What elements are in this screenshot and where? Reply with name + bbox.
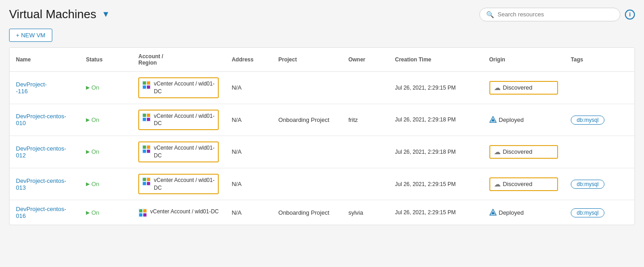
vm-name-cell: DevProject-centos-016 bbox=[10, 200, 80, 225]
vm-owner-cell: fritz bbox=[342, 104, 389, 136]
vm-table-container: Name Status Account /Region Address Proj… bbox=[9, 47, 635, 225]
vm-status-cell: ▶On bbox=[80, 136, 132, 168]
vm-name-link[interactable]: DevProject-centos-012 bbox=[16, 145, 66, 159]
vcenter-icon bbox=[138, 208, 147, 217]
vcenter-icon bbox=[142, 177, 151, 186]
vm-creation-time-cell: Jul 26, 2021, 2:29:15 PM bbox=[388, 200, 483, 225]
filter-icon[interactable]: ▼ bbox=[102, 10, 110, 19]
cloud-icon: ☁ bbox=[494, 180, 501, 188]
vm-owner-cell bbox=[342, 136, 389, 168]
table-row: DevProject-centos-016▶On vCenter Account… bbox=[10, 200, 634, 225]
vm-status-cell: ▶On bbox=[80, 72, 132, 104]
vm-owner-cell: sylvia bbox=[342, 200, 389, 225]
vm-address-cell: N/A bbox=[225, 136, 272, 168]
status-label: On bbox=[91, 84, 99, 91]
new-vm-button[interactable]: + NEW VM bbox=[9, 29, 52, 42]
vm-account-cell: vCenter Account / wld01-DC bbox=[132, 200, 225, 225]
tag-badge[interactable]: db:mysql bbox=[571, 180, 604, 189]
tag-badge[interactable]: db:mysql bbox=[571, 208, 604, 217]
status-indicator: ▶On bbox=[86, 84, 126, 91]
vm-project-cell bbox=[272, 72, 342, 104]
info-icon[interactable]: i bbox=[625, 10, 635, 20]
search-input[interactable] bbox=[498, 11, 614, 18]
table-row: DevProject-centos-012▶On vCenter Account… bbox=[10, 136, 634, 168]
status-label: On bbox=[91, 209, 99, 216]
search-box: 🔍 bbox=[479, 8, 620, 21]
play-icon: ▶ bbox=[86, 149, 90, 155]
vm-project-cell: Onboarding Project bbox=[272, 200, 342, 225]
account-text: vCenter Account / wld01-DC bbox=[154, 80, 215, 96]
vm-tags-cell bbox=[564, 72, 634, 104]
vm-table-body: DevProject- -116▶On vCenter Account / wl… bbox=[10, 72, 634, 225]
col-header-creation: Creation Time bbox=[388, 48, 483, 72]
account-region-cell: vCenter Account / wld01-DC bbox=[138, 110, 219, 131]
vm-address-cell: N/A bbox=[225, 168, 272, 200]
origin-highlighted: ☁Discovered bbox=[489, 81, 558, 95]
play-icon: ▶ bbox=[86, 181, 90, 187]
tag-badge[interactable]: db:mysql bbox=[571, 116, 604, 125]
status-label: On bbox=[91, 116, 99, 123]
account-region-cell: vCenter Account / wld01-DC bbox=[138, 77, 219, 98]
header-row: Virtual Machines ▼ 🔍 i bbox=[9, 7, 635, 21]
vm-name-cell: DevProject-centos-010 bbox=[10, 104, 80, 136]
vm-address-cell: N/A bbox=[225, 104, 272, 136]
svg-rect-1 bbox=[143, 81, 146, 85]
vm-origin-cell: Deployed bbox=[483, 104, 565, 136]
col-header-origin: Origin bbox=[483, 48, 565, 72]
vm-origin-cell: ☁Discovered bbox=[483, 136, 565, 168]
origin-label: Deployed bbox=[499, 116, 524, 123]
vm-name-link[interactable]: DevProject-centos-010 bbox=[16, 113, 66, 126]
vm-name-link[interactable]: DevProject-centos-013 bbox=[16, 177, 66, 191]
svg-rect-6 bbox=[143, 114, 146, 117]
cloud-icon: ☁ bbox=[494, 84, 501, 92]
col-header-status: Status bbox=[80, 48, 132, 72]
table-header-row: Name Status Account /Region Address Proj… bbox=[10, 48, 634, 72]
search-icon: 🔍 bbox=[486, 11, 494, 18]
vm-creation-time-cell: Jul 26, 2021, 2:29:18 PM bbox=[388, 136, 483, 168]
svg-rect-4 bbox=[147, 86, 150, 89]
vm-origin-cell: ☁Discovered bbox=[483, 72, 565, 104]
origin-normal: Deployed bbox=[489, 116, 558, 123]
table-row: DevProject-centos-010▶On vCenter Account… bbox=[10, 104, 634, 136]
svg-rect-20 bbox=[143, 182, 146, 185]
vm-tags-cell: db:mysql bbox=[564, 200, 634, 225]
svg-rect-16 bbox=[147, 150, 150, 153]
vm-project-cell bbox=[272, 136, 342, 168]
vm-name-cell: DevProject- -116 bbox=[10, 72, 80, 104]
vm-creation-time-cell: Jul 26, 2021, 2:29:18 PM bbox=[388, 104, 483, 136]
status-indicator: ▶On bbox=[86, 181, 126, 187]
status-label: On bbox=[91, 148, 99, 155]
svg-rect-13 bbox=[143, 146, 146, 149]
svg-rect-21 bbox=[147, 182, 150, 185]
svg-rect-23 bbox=[139, 209, 142, 212]
vm-status-cell: ▶On bbox=[80, 104, 132, 136]
play-icon: ▶ bbox=[86, 210, 90, 216]
vm-owner-cell bbox=[342, 168, 389, 200]
svg-rect-26 bbox=[143, 213, 146, 217]
svg-rect-7 bbox=[147, 114, 150, 117]
svg-rect-3 bbox=[143, 86, 146, 89]
vm-account-cell: vCenter Account / wld01-DC bbox=[132, 136, 225, 168]
account-region-cell: vCenter Account / wld01-DC bbox=[138, 208, 219, 217]
vm-address-cell: N/A bbox=[225, 200, 272, 225]
status-indicator: ▶On bbox=[86, 148, 126, 155]
vm-project-cell bbox=[272, 168, 342, 200]
vcenter-icon bbox=[142, 145, 151, 154]
account-region-cell: vCenter Account / wld01-DC bbox=[138, 174, 219, 195]
vm-tags-cell: db:mysql bbox=[564, 168, 634, 200]
account-text: vCenter Account / wld01-DC bbox=[154, 176, 215, 192]
vm-tags-cell: db:mysql bbox=[564, 104, 634, 136]
origin-label: Deployed bbox=[499, 209, 524, 216]
header-right: 🔍 i bbox=[479, 8, 635, 21]
svg-rect-2 bbox=[147, 81, 150, 85]
deployed-icon bbox=[489, 209, 497, 216]
vm-origin-cell: ☁Discovered bbox=[483, 168, 565, 200]
origin-highlighted: ☁Discovered bbox=[489, 177, 558, 191]
vm-account-cell: vCenter Account / wld01-DC bbox=[132, 104, 225, 136]
play-icon: ▶ bbox=[86, 117, 90, 123]
account-region-cell: vCenter Account / wld01-DC bbox=[138, 141, 219, 162]
vm-name-link[interactable]: DevProject- -116 bbox=[16, 81, 47, 95]
col-header-account: Account /Region bbox=[132, 48, 225, 72]
vm-name-link[interactable]: DevProject-centos-016 bbox=[16, 206, 66, 219]
col-header-project: Project bbox=[272, 48, 342, 72]
